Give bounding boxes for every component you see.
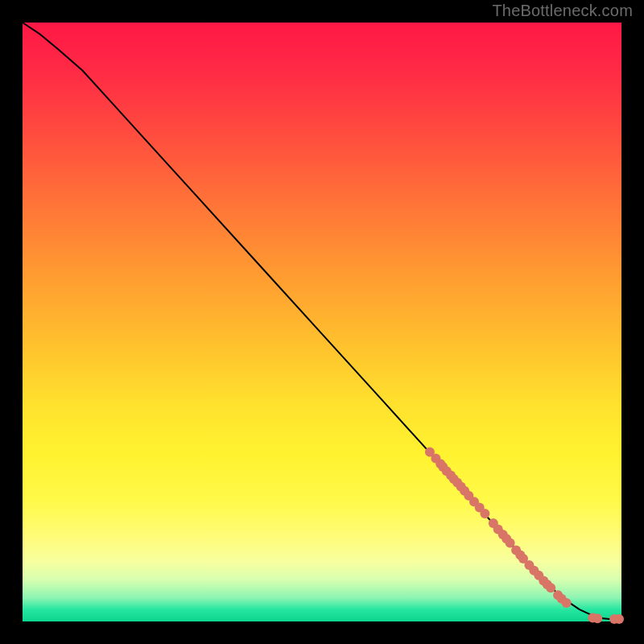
data-point [480, 509, 489, 518]
data-point [592, 613, 602, 623]
data-point [546, 583, 555, 592]
chart-svg [23, 23, 621, 621]
data-points-group [425, 447, 624, 624]
watermark-label: TheBottleneck.com [492, 2, 633, 20]
bottleneck-curve [23, 23, 621, 619]
data-point [614, 614, 624, 624]
data-point [562, 598, 572, 608]
chart-frame: TheBottleneck.com [0, 0, 644, 644]
plot-area [23, 23, 621, 621]
